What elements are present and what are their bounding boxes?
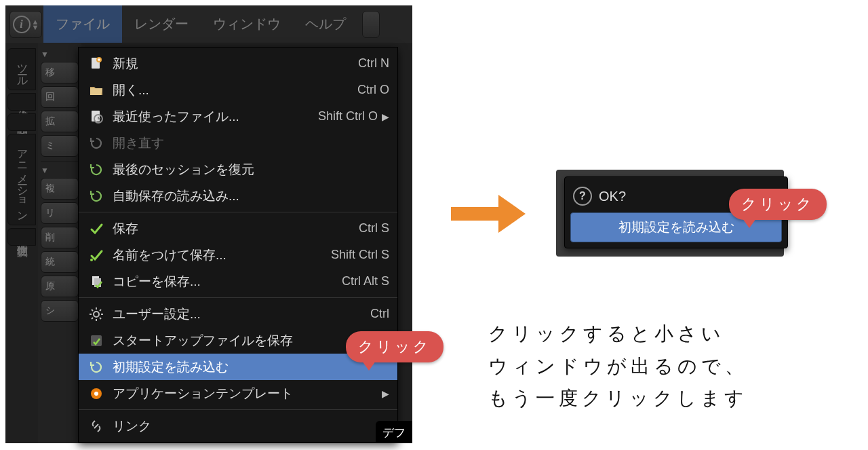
app-template-icon	[87, 384, 106, 403]
callout-label: クリック	[741, 195, 814, 212]
menu-label: コピーを保存...	[113, 273, 335, 290]
save-as-icon	[87, 246, 106, 265]
load-factory-icon	[87, 358, 106, 377]
revert-icon	[87, 134, 106, 153]
shortcut: Ctrl	[370, 307, 389, 321]
menu-label: 保存	[113, 220, 352, 238]
shortcut: Shift Ctrl O	[318, 109, 378, 124]
menu-label: ユーザー設定...	[113, 305, 363, 323]
callout-click-2: クリック	[729, 189, 827, 220]
recover-autosave-icon	[87, 187, 106, 206]
submenu-arrow-icon: ▶	[382, 388, 389, 399]
menu-label: 開き直す	[113, 134, 389, 152]
file-new-icon	[87, 54, 106, 73]
caption-line: ウィンドウが出るので、	[488, 350, 854, 383]
shortcut: Shift Ctrl S	[331, 248, 389, 262]
menu-label: 開く...	[113, 81, 351, 99]
menu-item-link[interactable]: リンク	[79, 413, 397, 439]
menu-item-app-template[interactable]: アプリケーションテンプレート ▶	[79, 380, 397, 407]
preferences-icon	[87, 305, 106, 324]
menu-item-recover-autosave[interactable]: 自動保存の読み込み...	[79, 183, 397, 209]
shortcut: Ctrl S	[359, 221, 389, 236]
menu-label: 最後のセッションを復元	[113, 161, 389, 179]
menu-item-open[interactable]: 開く... Ctrl O	[79, 77, 397, 103]
save-icon	[87, 219, 106, 238]
save-copy-icon	[87, 272, 106, 291]
submenu-arrow-icon: ▶	[382, 111, 389, 122]
menu-label: 新規	[113, 55, 351, 73]
file-menu-dropdown: 新規 Ctrl N 開く... Ctrl O 最近使ったファイル... Shif…	[78, 47, 398, 443]
tooltip-fragment: デフ	[376, 421, 412, 443]
svg-point-7	[94, 312, 99, 317]
shortcut: Ctrl O	[357, 83, 389, 97]
menu-label: 自動保存の読み込み...	[113, 187, 389, 205]
recent-files-icon	[87, 107, 106, 126]
menu-label: 最近使ったファイル...	[113, 108, 311, 126]
question-icon: ?	[573, 187, 592, 206]
shortcut: Ctrl Alt S	[342, 274, 389, 288]
instruction-caption: クリックすると小さい ウィンドウが出るので、 もう一度クリックします	[488, 318, 854, 415]
menu-label: 名前をつけて保存...	[113, 246, 324, 264]
menu-item-preferences[interactable]: ユーザー設定... Ctrl	[79, 301, 397, 327]
menu-item-save[interactable]: 保存 Ctrl S	[79, 215, 397, 242]
svg-point-10	[94, 392, 98, 396]
shortcut: Ctrl N	[358, 56, 389, 71]
callout-click-1: クリック	[346, 331, 443, 362]
menu-item-save-as[interactable]: 名前をつけて保存... Shift Ctrl S	[79, 242, 397, 268]
caption-line: クリックすると小さい	[488, 318, 854, 350]
menu-item-revert: 開き直す	[79, 130, 397, 156]
menu-label: アプリケーションテンプレート	[113, 385, 378, 402]
folder-open-icon	[87, 81, 106, 100]
menu-item-save-copy[interactable]: コピーを保存... Ctrl Alt S	[79, 268, 397, 295]
menu-item-new[interactable]: 新規 Ctrl N	[79, 50, 397, 77]
arrow-icon	[448, 187, 529, 244]
popup-question-text: OK?	[599, 189, 626, 204]
menu-label: リンク	[113, 417, 389, 435]
link-icon	[87, 417, 106, 436]
menu-item-recent[interactable]: 最近使ったファイル... Shift Ctrl O ▶	[79, 103, 397, 130]
recover-session-icon	[87, 160, 106, 179]
menu-label: 初期設定を読み込む	[113, 358, 389, 376]
blender-screenshot: i ▲▼ ファイル レンダー ウィンドウ ヘルプ ツール 作成 関係 アニメーシ…	[5, 5, 412, 443]
menu-separator	[79, 212, 397, 212]
svg-point-4	[90, 259, 93, 261]
caption-line: もう一度クリックします	[488, 382, 854, 415]
menu-separator	[79, 297, 397, 298]
menu-item-recover-session[interactable]: 最後のセッションを復元	[79, 156, 397, 183]
save-startup-icon	[87, 331, 106, 350]
menu-separator	[79, 409, 397, 410]
callout-label: クリック	[358, 338, 431, 355]
